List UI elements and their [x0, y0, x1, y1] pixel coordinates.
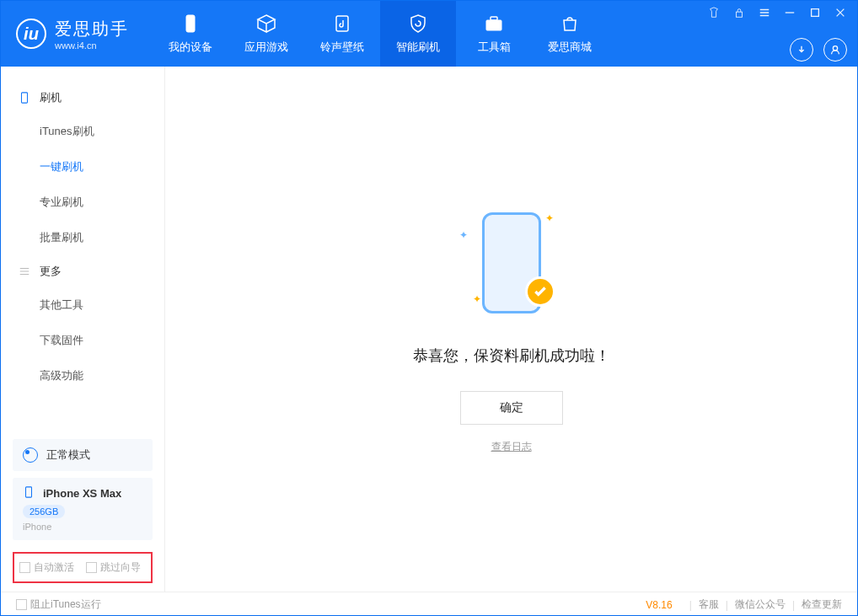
nav-apps[interactable]: 应用游戏 — [228, 1, 304, 67]
app-title: 爱思助手 — [55, 18, 129, 40]
phone-outline-icon — [23, 486, 36, 500]
shield-refresh-icon — [407, 13, 429, 35]
device-name: iPhone XS Max — [43, 487, 121, 500]
svg-rect-0 — [186, 15, 195, 32]
shirt-icon[interactable] — [707, 6, 721, 19]
main-content: ✦ ✦ ✦ 恭喜您，保资料刷机成功啦！ 确定 查看日志 — [165, 67, 857, 592]
success-message: 恭喜您，保资料刷机成功啦！ — [413, 345, 610, 366]
sparkle-icon: ✦ — [473, 293, 481, 305]
header-right — [707, 1, 847, 67]
cube-icon — [255, 13, 277, 35]
music-file-icon — [331, 13, 353, 35]
sidebar-item-advanced[interactable]: 高级功能 — [1, 358, 164, 394]
device-icon — [18, 91, 31, 104]
header: iu 爱思助手 www.i4.cn 我的设备 应用游戏 铃声壁纸 智能刷机 工具… — [1, 1, 857, 67]
svg-rect-1 — [336, 16, 348, 31]
lock-icon[interactable] — [732, 6, 746, 19]
window-controls — [707, 6, 847, 19]
ok-button[interactable]: 确定 — [460, 391, 563, 425]
logo-area: iu 爱思助手 www.i4.cn — [1, 1, 144, 67]
footer-link-update[interactable]: 检查更新 — [802, 597, 842, 612]
mode-label: 正常模式 — [46, 447, 90, 463]
skip-guide-checkbox[interactable]: 跳过向导 — [86, 560, 141, 575]
svg-rect-4 — [737, 12, 743, 17]
version-label: V8.16 — [646, 599, 672, 611]
block-itunes-checkbox[interactable]: 阻止iTunes运行 — [16, 597, 101, 612]
nav-flash[interactable]: 智能刷机 — [380, 1, 456, 67]
nav-ringtone[interactable]: 铃声壁纸 — [304, 1, 380, 67]
sidebar-group-flash: 刷机 — [1, 82, 164, 114]
footer-link-service[interactable]: 客服 — [699, 597, 719, 612]
maximize-button[interactable] — [808, 6, 822, 19]
view-log-link[interactable]: 查看日志 — [491, 440, 532, 454]
download-button[interactable] — [790, 38, 813, 62]
sidebar: 刷机 iTunes刷机 一键刷机 专业刷机 批量刷机 更多 其他工具 下载固件 … — [1, 67, 165, 592]
nav-toolbox[interactable]: 工具箱 — [456, 1, 532, 67]
svg-point-6 — [833, 46, 837, 51]
svg-rect-8 — [26, 487, 32, 497]
auto-activate-checkbox[interactable]: 自动激活 — [19, 560, 74, 575]
phone-icon — [180, 13, 201, 35]
sidebar-item-itunes-flash[interactable]: iTunes刷机 — [1, 114, 164, 149]
svg-rect-7 — [22, 93, 28, 103]
sidebar-item-firmware[interactable]: 下载固件 — [1, 323, 164, 358]
svg-rect-2 — [486, 20, 501, 30]
close-button[interactable] — [834, 6, 847, 19]
device-type: iPhone — [23, 522, 142, 532]
toolbox-icon — [483, 13, 505, 35]
sidebar-item-pro-flash[interactable]: 专业刷机 — [1, 185, 164, 220]
sidebar-item-batch-flash[interactable]: 批量刷机 — [1, 220, 164, 255]
svg-rect-3 — [491, 17, 497, 20]
sidebar-item-other-tools[interactable]: 其他工具 — [1, 287, 164, 323]
check-badge-icon — [525, 276, 555, 307]
list-icon — [18, 265, 31, 278]
sidebar-item-oneclick-flash[interactable]: 一键刷机 — [1, 149, 164, 185]
success-illustration: ✦ ✦ ✦ — [453, 204, 571, 322]
top-nav: 我的设备 应用游戏 铃声壁纸 智能刷机 工具箱 爱思商城 — [153, 1, 608, 67]
storage-badge: 256GB — [23, 505, 65, 518]
menu-icon[interactable] — [758, 6, 771, 19]
mode-indicator-icon — [23, 447, 38, 463]
nav-store[interactable]: 爱思商城 — [532, 1, 608, 67]
device-box[interactable]: iPhone XS Max 256GB iPhone — [13, 478, 153, 540]
sparkle-icon: ✦ — [459, 229, 468, 241]
app-subtitle: www.i4.cn — [55, 40, 129, 51]
sparkle-icon: ✦ — [545, 212, 554, 224]
bag-icon — [559, 13, 581, 35]
logo-icon: iu — [16, 19, 46, 49]
footer: 阻止iTunes运行 V8.16 | 客服 | 微信公众号 | 检查更新 — [1, 592, 857, 616]
svg-rect-5 — [812, 9, 819, 17]
minimize-button[interactable] — [783, 6, 796, 19]
highlighted-options: 自动激活 跳过向导 — [13, 552, 153, 583]
mode-box[interactable]: 正常模式 — [13, 439, 153, 471]
user-button[interactable] — [823, 38, 847, 62]
sidebar-group-more: 更多 — [1, 255, 164, 287]
footer-link-wechat[interactable]: 微信公众号 — [735, 597, 786, 612]
nav-my-device[interactable]: 我的设备 — [153, 1, 228, 67]
